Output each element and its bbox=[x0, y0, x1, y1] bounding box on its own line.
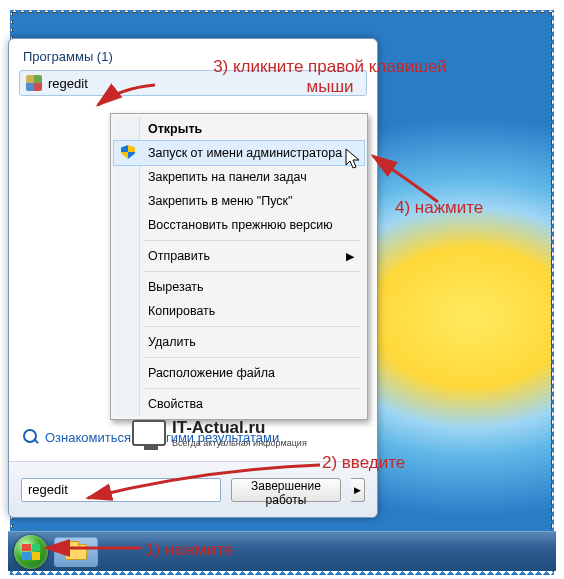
context-menu-item[interactable]: Запуск от имени администратора bbox=[114, 141, 364, 165]
context-menu-separator bbox=[144, 388, 360, 389]
search-result-label: regedit bbox=[48, 76, 88, 91]
regedit-icon bbox=[26, 75, 42, 91]
context-menu-item[interactable]: Копировать bbox=[114, 299, 364, 323]
context-menu-item[interactable]: Отправить▶ bbox=[114, 244, 364, 268]
start-menu-footer: Завершение работы ▶ bbox=[9, 461, 377, 517]
context-menu-item-label: Открыть bbox=[148, 122, 202, 136]
context-menu-item[interactable]: Открыть bbox=[114, 117, 364, 141]
taskbar-explorer-button[interactable] bbox=[54, 537, 98, 567]
context-menu-item[interactable]: Закрепить в меню "Пуск" bbox=[114, 189, 364, 213]
folder-icon bbox=[65, 544, 87, 560]
context-menu-item-label: Расположение файла bbox=[148, 366, 275, 380]
context-menu-item-label: Закрепить в меню "Пуск" bbox=[148, 194, 292, 208]
context-menu-item-label: Запуск от имени администратора bbox=[148, 146, 342, 160]
context-menu-item[interactable]: Удалить bbox=[114, 330, 364, 354]
submenu-arrow-icon: ▶ bbox=[346, 250, 354, 263]
see-all-results-label: Ознакомиться с другими результатами bbox=[45, 430, 279, 445]
start-button[interactable] bbox=[14, 535, 48, 569]
context-menu: ОткрытьЗапуск от имени администратораЗак… bbox=[110, 113, 368, 420]
context-menu-item[interactable]: Вырезать bbox=[114, 275, 364, 299]
context-menu-item-label: Свойства bbox=[148, 397, 203, 411]
context-menu-item-label: Восстановить прежнюю версию bbox=[148, 218, 333, 232]
context-menu-item-label: Вырезать bbox=[148, 280, 204, 294]
shutdown-options-button[interactable]: ▶ bbox=[351, 478, 365, 502]
context-menu-item-label: Копировать bbox=[148, 304, 215, 318]
context-menu-separator bbox=[144, 357, 360, 358]
shutdown-button[interactable]: Завершение работы bbox=[231, 478, 341, 502]
context-menu-separator bbox=[144, 271, 360, 272]
uac-shield-icon bbox=[121, 145, 135, 159]
context-menu-item[interactable]: Восстановить прежнюю версию bbox=[114, 213, 364, 237]
search-icon bbox=[23, 429, 39, 445]
windows-logo-icon bbox=[22, 544, 40, 560]
see-all-results-link[interactable]: Ознакомиться с другими результатами bbox=[23, 429, 279, 445]
context-menu-item[interactable]: Закрепить на панели задач bbox=[114, 165, 364, 189]
context-menu-item[interactable]: Свойства bbox=[114, 392, 364, 416]
context-menu-item-label: Удалить bbox=[148, 335, 196, 349]
context-menu-separator bbox=[144, 240, 360, 241]
context-menu-item[interactable]: Расположение файла bbox=[114, 361, 364, 385]
context-menu-separator bbox=[144, 326, 360, 327]
taskbar bbox=[8, 531, 556, 571]
context-menu-item-label: Закрепить на панели задач bbox=[148, 170, 307, 184]
torn-edge bbox=[10, 10, 554, 18]
search-result-regedit[interactable]: regedit bbox=[19, 70, 367, 96]
context-menu-item-label: Отправить bbox=[148, 249, 210, 263]
search-input[interactable] bbox=[21, 478, 221, 502]
torn-edge bbox=[546, 10, 554, 575]
programs-header: Программы (1) bbox=[9, 39, 377, 68]
